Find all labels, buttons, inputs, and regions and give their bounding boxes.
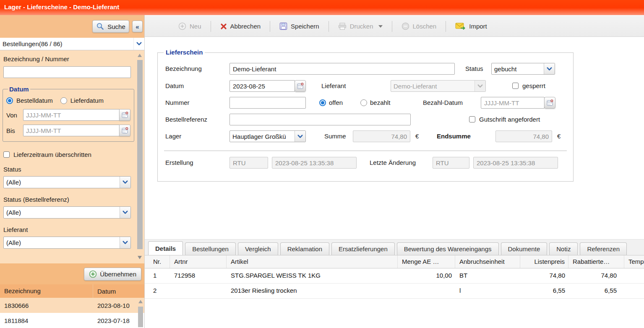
bezahl-datum-calendar-button[interactable] — [544, 97, 555, 109]
detail-tabs-area: Details Bestellungen Vergleich Reklamati… — [145, 239, 644, 328]
bestellreferenz-input[interactable] — [229, 114, 411, 125]
import-button[interactable]: Import — [452, 21, 490, 32]
lager-select[interactable]: Hauptlager Großkü — [229, 130, 306, 142]
toolbar-separator — [392, 21, 392, 32]
chevron-down-icon[interactable] — [120, 237, 130, 248]
date-to-input[interactable] — [23, 125, 120, 136]
lieferschein-fieldset: Lieferschein Bezeichnung Status gebucht — [157, 52, 574, 182]
offen-radio[interactable] — [319, 99, 326, 106]
date-from-input[interactable] — [23, 109, 120, 121]
status-filter-select[interactable]: (Alle) — [3, 176, 131, 188]
cancel-button[interactable]: Abbrechen — [217, 21, 264, 32]
details-table-header: Nr. Artnr Artikel Menge AE … Anbruchsein… — [145, 255, 644, 268]
print-dropdown-caret-icon[interactable] — [378, 25, 383, 28]
table-row[interactable]: 2 2013er Riesling trocken l 6,55 6,55 — [145, 284, 644, 299]
supplier-filter-select[interactable]: (Alle) — [3, 237, 131, 249]
results-col-datum[interactable]: Datum — [93, 288, 144, 295]
name-filter-input[interactable] — [3, 66, 131, 78]
tab-notiz[interactable]: Notiz — [549, 242, 578, 255]
results-col-bezeichnung[interactable]: Bezeichnung — [0, 284, 93, 298]
result-datum: 2023-08-10 — [93, 302, 144, 309]
col-listenpreis[interactable]: Listenpreis — [520, 255, 568, 268]
scroll-up-icon[interactable] — [138, 54, 142, 57]
aenderung-time-input — [473, 157, 558, 169]
gutschrift-checkbox[interactable] — [469, 116, 475, 122]
search-icon — [96, 22, 104, 31]
table-row[interactable]: 1 712958 STG.SPARGEL WEISS TK 1KG 10,00 … — [145, 268, 644, 284]
chevron-down-icon[interactable] — [120, 177, 130, 188]
results-scrollbar[interactable] — [138, 300, 143, 327]
chevron-down-icon — [475, 81, 485, 91]
toolbar-separator — [446, 21, 446, 32]
save-button[interactable]: Speichern — [276, 20, 323, 32]
tab-bestellungen[interactable]: Bestellungen — [185, 242, 236, 255]
filter-scrollbar[interactable] — [136, 54, 143, 259]
bezahlt-radio-label: bezahlt — [370, 97, 390, 109]
scrollbar-thumb[interactable] — [138, 307, 143, 327]
calendar-icon — [122, 127, 128, 134]
apply-button[interactable]: Übernehmen — [84, 268, 141, 281]
print-button[interactable]: Drucken — [335, 21, 386, 32]
tab-reklamation[interactable]: Reklamation — [280, 242, 329, 255]
col-anbruchseinheit[interactable]: Anbruchseinheit — [455, 255, 520, 268]
tab-referenzen[interactable]: Referenzen — [580, 242, 627, 255]
date-group-legend: Datum — [8, 86, 30, 93]
col-menge-ae[interactable]: Menge AE … — [398, 255, 455, 268]
scrollbar-thumb[interactable] — [137, 60, 143, 249]
endsumme-input — [495, 130, 552, 142]
col-artnr[interactable]: Artnr — [170, 255, 227, 268]
col-artikel[interactable]: Artikel — [227, 255, 398, 268]
import-envelope-icon — [455, 23, 466, 30]
overdue-checkbox[interactable] — [3, 151, 10, 158]
bezeichnung-label: Bezeichnung — [165, 63, 202, 75]
scroll-up-icon[interactable] — [138, 300, 143, 303]
new-button[interactable]: Neu — [175, 20, 205, 32]
datum-input[interactable] — [229, 80, 295, 92]
lieferant-value: Demo-Lieferant — [391, 83, 475, 90]
apply-strip: Übernehmen — [0, 263, 144, 284]
status-select[interactable]: gebucht — [491, 63, 555, 75]
collapse-sidebar-button[interactable]: « — [132, 21, 143, 32]
datum-calendar-button[interactable] — [295, 80, 306, 92]
cell-artnr — [170, 284, 227, 298]
tab-bewertung-wareneingang[interactable]: Bewertung des Wareneingangs — [397, 242, 499, 255]
lieferant-label: Lieferant — [321, 80, 346, 92]
cancel-button-label: Abbrechen — [230, 23, 261, 30]
date-to-calendar-button[interactable] — [119, 125, 130, 136]
delivery-date-radio[interactable] — [60, 97, 67, 104]
tab-ersatzlieferungen[interactable]: Ersatzlieferungen — [331, 242, 395, 255]
order-date-radio[interactable] — [6, 97, 13, 104]
search-button[interactable]: Suche — [92, 20, 129, 33]
tab-label: Bestellungen — [192, 245, 229, 253]
gesperrt-checkbox[interactable] — [512, 83, 519, 89]
chevron-down-icon[interactable] — [120, 207, 130, 218]
scroll-down-icon[interactable] — [138, 256, 142, 259]
list-item[interactable]: 1811884 2023-07-18 — [0, 313, 144, 328]
bezahlt-radio[interactable] — [360, 99, 367, 106]
col-rabattierte[interactable]: Rabattierte… — [568, 255, 624, 268]
status-ref-filter-label: Status (Bestellreferenz) — [3, 196, 131, 203]
bezeichnung-input[interactable] — [229, 63, 455, 75]
supplier-filter-value: (Alle) — [4, 239, 120, 246]
nummer-input[interactable] — [229, 97, 306, 109]
col-temp[interactable]: Temp — [624, 255, 644, 268]
date-from-calendar-button[interactable] — [119, 109, 130, 121]
status-ref-filter-select[interactable]: (Alle) — [3, 206, 131, 219]
list-item[interactable]: 1830666 2023-08-10 — [0, 298, 144, 313]
tab-dokumente[interactable]: Dokumente — [501, 242, 548, 255]
cell-anbruchseinheit: l — [455, 284, 520, 298]
tab-label: Ersatzlieferungen — [339, 245, 388, 253]
delete-button[interactable]: Löschen — [398, 20, 440, 32]
search-button-label: Suche — [107, 23, 125, 30]
tab-details[interactable]: Details — [148, 241, 183, 255]
chevron-down-icon[interactable] — [295, 131, 305, 142]
chevron-down-icon[interactable] — [544, 63, 555, 74]
chevron-down-icon[interactable] — [133, 38, 144, 50]
col-nr[interactable]: Nr. — [145, 255, 170, 268]
result-mode-select[interactable]: Bestellungen(86 / 86) — [0, 38, 144, 50]
supplier-filter-label: Lieferant — [3, 226, 131, 233]
cell-artnr: 712958 — [170, 268, 227, 283]
toolbar-separator — [270, 21, 270, 32]
tab-vergleich[interactable]: Vergleich — [238, 242, 278, 255]
bezahl-datum-input[interactable] — [481, 97, 545, 109]
